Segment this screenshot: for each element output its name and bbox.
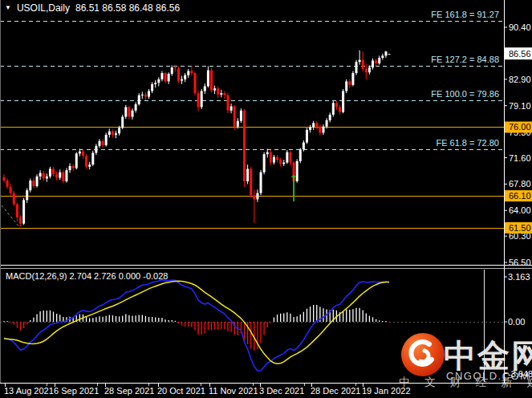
chart-window: 中金网 CNGOLD.COM.CN 中 文 财 经 新 媒 体 FE 161.8… <box>0 0 532 398</box>
candle-body <box>118 128 120 133</box>
candle-body <box>286 152 288 163</box>
candle-body <box>29 181 31 190</box>
candle-body <box>339 107 341 112</box>
candle-body <box>39 173 42 177</box>
candle-body <box>201 91 203 108</box>
macd-axis-label: 3.163 <box>508 272 530 282</box>
candle-body <box>26 190 28 200</box>
candle-body <box>282 163 285 164</box>
candle-body <box>362 60 364 69</box>
candle-body <box>190 71 193 73</box>
candle-body <box>141 95 144 95</box>
macd-axis-label: 0.00 <box>508 317 525 327</box>
candle-body <box>19 217 22 224</box>
price-chart-canvas[interactable]: FE 161.8 = 91.27FE 127.2 = 84.88FE 100.0… <box>0 0 532 398</box>
price-axis-label: 56.50 <box>509 258 531 267</box>
collapse-triangle-icon[interactable]: ▼ <box>5 3 11 13</box>
time-axis-label: 6 Sep 2021 <box>54 386 99 396</box>
candle-body <box>171 67 173 74</box>
time-axis-label: 11 Nov 2021 <box>209 386 258 396</box>
candle-body <box>351 73 354 85</box>
candle-body <box>289 152 291 163</box>
candle-body <box>309 127 311 129</box>
candle-body <box>13 193 15 205</box>
candle-body <box>270 152 272 163</box>
macd-axis-label: -3.648 <box>508 369 532 379</box>
fib-level-label: FE 161.8 = 91.27 <box>431 10 499 19</box>
candle-body <box>217 88 219 95</box>
candle-body <box>234 107 236 127</box>
time-axis-label: 20 Oct 2021 <box>157 386 205 396</box>
candle-body <box>299 149 302 161</box>
candle-body <box>260 173 262 193</box>
candle-body <box>240 111 242 121</box>
candle-body <box>213 88 216 91</box>
time-axis-label: 28 Sep 2021 <box>104 386 154 396</box>
symbol-period-label: USOIL,Daily <box>17 2 70 14</box>
price-axis-label: 67.80 <box>509 179 531 189</box>
time-axis-label: 28 Dec 2021 <box>311 386 360 396</box>
candle-body <box>197 93 200 107</box>
candle-body <box>79 152 81 154</box>
candle-body <box>22 200 25 223</box>
hline-price-badge-text: 66.10 <box>509 191 531 201</box>
price-axis-label: 90.40 <box>509 22 531 32</box>
candle-body <box>105 135 108 145</box>
candle-body <box>128 107 130 116</box>
candle-body <box>335 103 338 107</box>
candle-body <box>49 169 51 177</box>
candle-body <box>230 107 233 111</box>
candle-body <box>124 107 127 116</box>
candle-body <box>135 104 137 111</box>
candle-body <box>227 95 229 111</box>
ohlc-values: 86.51 86.58 86.48 86.56 <box>75 2 180 14</box>
candle-body <box>85 156 87 167</box>
hline-price-badge-text: 61.50 <box>509 223 531 233</box>
candle-body <box>279 160 282 164</box>
time-axis-label: 3 Dec 2021 <box>259 386 304 396</box>
candle-body <box>303 143 305 150</box>
candle-body <box>91 152 94 164</box>
candle-body <box>263 154 266 172</box>
candle-body <box>246 169 249 181</box>
candle-body <box>36 177 39 186</box>
candle-body <box>160 73 163 79</box>
time-axis-label: 13 Aug 2021 <box>4 386 54 396</box>
candle-body <box>151 84 153 91</box>
candle-body <box>46 177 48 179</box>
chart-title-bar: ▼ USOIL,Daily 86.51 86.58 86.48 86.56 <box>5 2 180 14</box>
candle-body <box>187 71 189 75</box>
candle-body <box>62 173 64 181</box>
candle-body <box>372 60 374 67</box>
candle-body <box>345 81 347 91</box>
candle-body <box>355 62 358 73</box>
fib-extension-layer[interactable] <box>0 22 504 150</box>
candle-body <box>348 81 351 84</box>
candle-body <box>168 74 170 82</box>
candle-body <box>296 161 298 181</box>
candle-body <box>332 103 335 115</box>
candle-body <box>256 193 258 200</box>
candle-body <box>82 152 84 156</box>
candle-body <box>10 187 12 193</box>
candle-body <box>315 123 318 126</box>
candle-body <box>181 79 183 81</box>
candle-body <box>108 132 111 135</box>
price-axis-label: 64.00 <box>509 205 531 215</box>
candle-body <box>69 166 71 170</box>
candle-body <box>378 58 380 63</box>
candle-body <box>98 141 100 146</box>
candle-body <box>75 153 78 168</box>
hline-price-badge-text: 76.00 <box>509 122 531 132</box>
price-axis-label: 71.60 <box>509 153 531 163</box>
candle-body <box>174 67 177 68</box>
candle-body <box>329 115 331 120</box>
candle-body <box>266 152 269 155</box>
candle-body <box>148 91 150 97</box>
candle-body <box>273 157 275 163</box>
candle-body <box>375 60 377 63</box>
candle-body <box>112 132 114 135</box>
candle-body <box>384 51 387 55</box>
candle-body <box>121 117 124 128</box>
fib-level-label: FE 100.0 = 79.86 <box>431 89 499 99</box>
